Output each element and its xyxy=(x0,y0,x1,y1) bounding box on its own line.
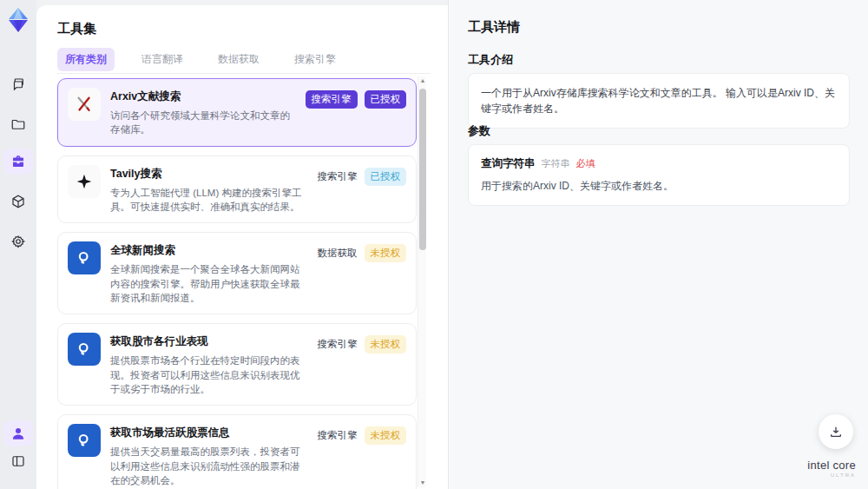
tool-status-badge: 未授权 xyxy=(365,244,407,262)
tool-category-label: 搜索引擎 xyxy=(318,426,358,445)
list-scrollbar[interactable]: ▲ ▼ xyxy=(418,76,426,487)
panel-toggle-icon xyxy=(10,453,26,469)
tab-所有类别[interactable]: 所有类别 xyxy=(57,48,115,71)
tool-desc: 专为人工智能代理 (LLM) 构建的搜索引擎工具。可快速提供实时、准确和真实的结… xyxy=(110,186,305,215)
cube-icon xyxy=(10,194,26,209)
gear-icon xyxy=(10,234,26,249)
tool-status-badge: 未授权 xyxy=(365,335,407,354)
news-search-icon xyxy=(68,424,101,457)
tavily-icon xyxy=(68,165,101,198)
tool-status-badge: 未授权 xyxy=(365,426,407,445)
tool-card[interactable]: Tavily搜索 专为人工智能代理 (LLM) 构建的搜索引擎工具。可快速提供实… xyxy=(57,155,417,224)
sidebar-item-settings[interactable] xyxy=(3,228,33,254)
brand-text: intel core xyxy=(807,459,856,471)
tab-搜索引擎[interactable]: 搜索引擎 xyxy=(286,48,344,71)
tool-detail-panel: 工具详情 工具介绍 一个用于从Arxiv存储库搜索科学论文和文章的工具。 输入可… xyxy=(448,0,868,489)
toolset-panel: 工具集 所有类别语言翻译数据获取搜索引擎 Arxiv文献搜索 访问各个研究领域大… xyxy=(36,5,448,489)
intro-text: 一个用于从Arxiv存储库搜索科学论文和文章的工具。 输入可以是Arxiv ID… xyxy=(481,87,835,115)
tool-name: Arxiv文献搜索 xyxy=(110,89,293,104)
intro-heading: 工具介绍 xyxy=(468,52,513,68)
tool-name: 全球新闻搜索 xyxy=(110,243,305,258)
tabs-divider xyxy=(57,73,431,74)
left-icon-rail xyxy=(0,0,36,489)
tool-status-badge: 已授权 xyxy=(365,90,407,109)
tab-数据获取[interactable]: 数据获取 xyxy=(210,48,267,71)
tool-card[interactable]: Arxiv文献搜索 访问各个研究领域大量科学论文和文章的存储库。 搜索引擎 已授… xyxy=(57,78,417,147)
download-button[interactable] xyxy=(819,414,853,449)
tool-name: 获取股市各行业表现 xyxy=(110,334,305,349)
folder-icon xyxy=(10,116,26,132)
chat-icon xyxy=(10,76,26,92)
param-name: 查询字符串 xyxy=(481,156,536,171)
brand-sub-text: ULTRA xyxy=(807,472,856,478)
tool-card[interactable]: 获取股市各行业表现 提供股票市场各个行业在特定时间段内的表现。投资者可以利用这些… xyxy=(57,323,417,406)
param-required-badge: 必填 xyxy=(576,157,595,170)
scroll-down-arrow[interactable]: ▼ xyxy=(418,479,427,487)
arxiv-icon xyxy=(68,88,101,121)
tool-desc: 访问各个研究领域大量科学论文和文章的存储库。 xyxy=(110,109,293,137)
sidebar-item-models[interactable] xyxy=(3,188,33,215)
tool-category-label: 搜索引擎 xyxy=(318,168,358,186)
params-heading: 参数 xyxy=(468,123,490,139)
tool-status-badge: 已授权 xyxy=(365,168,407,186)
news-search-icon xyxy=(68,333,101,366)
tab-语言翻译[interactable]: 语言翻译 xyxy=(134,48,191,71)
toolbox-icon xyxy=(10,154,26,169)
sidebar-item-panel-toggle[interactable] xyxy=(3,448,33,474)
app-logo xyxy=(6,7,30,33)
tool-desc: 提供股票市场各个行业在特定时间段内的表现。投资者可以利用这些信息来识别表现优于或… xyxy=(110,354,305,396)
category-tabs: 所有类别语言翻译数据获取搜索引擎 xyxy=(57,48,344,71)
sidebar-item-chat[interactable] xyxy=(3,71,33,97)
download-icon xyxy=(829,425,843,439)
tool-desc: 提供当天交易量最高的股票列表，投资者可以利用这些信息来识别流动性强的股票和潜在的… xyxy=(110,445,305,487)
news-search-icon xyxy=(68,241,101,274)
tool-card[interactable]: 全球新闻搜索 全球新闻搜索是一个聚合全球各大新闻网站内容的搜索引擎。帮助用户快速… xyxy=(57,232,417,314)
param-desc: 用于搜索的Arxiv ID、关键字或作者姓名。 xyxy=(481,179,837,194)
tool-name: 获取市场最活跃股票信息 xyxy=(110,426,305,440)
sidebar-item-account[interactable] xyxy=(3,420,33,446)
sidebar-item-toolset[interactable] xyxy=(3,149,33,175)
tool-card[interactable]: 获取市场最活跃股票信息 提供当天交易量最高的股票列表，投资者可以利用这些信息来识… xyxy=(57,414,417,489)
sidebar-item-files[interactable] xyxy=(3,111,33,137)
user-icon xyxy=(10,426,26,441)
detail-title: 工具详情 xyxy=(468,19,520,36)
app-window: 工具集 所有类别语言翻译数据获取搜索引擎 Arxiv文献搜索 访问各个研究领域大… xyxy=(0,0,868,489)
param-box: 查询字符串 字符串 必填 用于搜索的Arxiv ID、关键字或作者姓名。 xyxy=(468,144,850,206)
tool-name: Tavily搜索 xyxy=(110,167,305,182)
tool-category-label: 搜索引擎 xyxy=(318,335,358,354)
tool-list: Arxiv文献搜索 访问各个研究领域大量科学论文和文章的存储库。 搜索引擎 已授… xyxy=(57,78,417,489)
tool-category-label: 数据获取 xyxy=(318,244,358,262)
intel-core-logo: intel core ULTRA xyxy=(807,459,856,478)
page-title: 工具集 xyxy=(57,21,96,37)
scrollbar-thumb[interactable] xyxy=(419,89,426,250)
scroll-up-arrow[interactable]: ▲ xyxy=(418,76,427,85)
tool-category-label: 搜索引擎 xyxy=(306,90,358,109)
tool-desc: 全球新闻搜索是一个聚合全球各大新闻网站内容的搜索引擎。帮助用户快速获取全球最新资… xyxy=(110,262,305,305)
intro-box: 一个用于从Arxiv存储库搜索科学论文和文章的工具。 输入可以是Arxiv ID… xyxy=(468,73,850,129)
param-type: 字符串 xyxy=(542,157,570,170)
